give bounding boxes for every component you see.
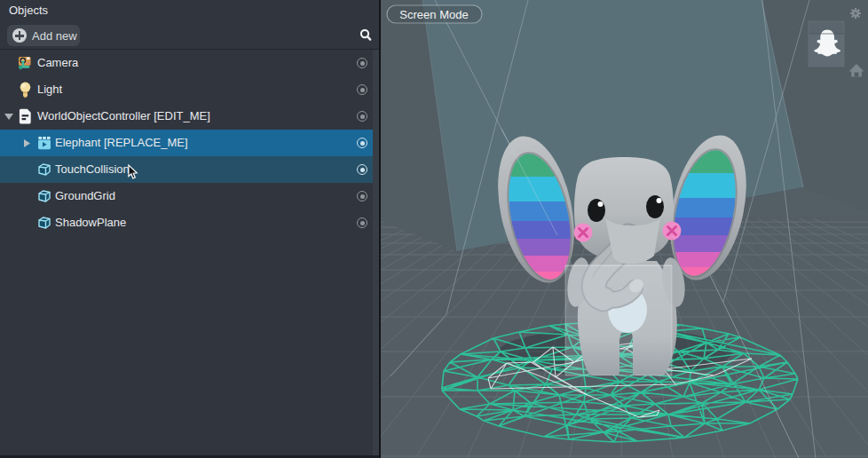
svg-text:Screen Mode: Screen Mode <box>399 8 468 21</box>
